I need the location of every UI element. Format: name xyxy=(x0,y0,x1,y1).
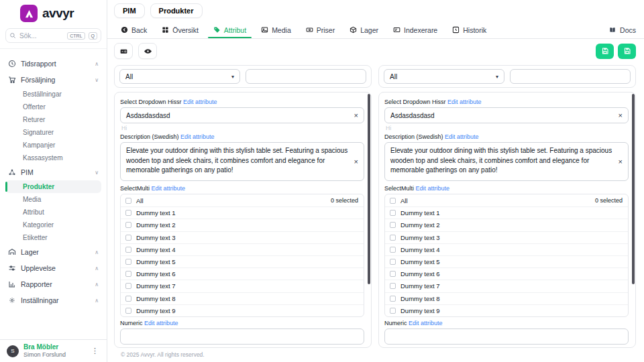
sidebar-item-signaturer[interactable]: Signaturer xyxy=(5,126,101,139)
sidebar-item-produkter[interactable]: Produkter xyxy=(5,180,101,193)
multiselect-option[interactable]: Dummy text 6 xyxy=(121,267,364,280)
multiselect-all-row[interactable]: All 0 selected xyxy=(121,194,364,206)
clear-icon[interactable]: × xyxy=(619,158,623,166)
checkbox[interactable] xyxy=(390,296,396,302)
breadcrumb-pim-button[interactable]: PIM xyxy=(114,3,145,18)
checkbox[interactable] xyxy=(125,271,131,277)
sidebar-item-bestallningar[interactable]: Beställningar xyxy=(5,88,101,101)
checkbox[interactable] xyxy=(125,210,131,216)
sidebar-item-returer[interactable]: Returer xyxy=(5,113,101,126)
numeric-field[interactable] xyxy=(384,328,629,345)
edit-attribute-link[interactable]: Edit attribute xyxy=(416,185,450,192)
multiselect-option[interactable]: Dummy text 9 xyxy=(385,304,628,316)
multiselect-option[interactable]: Dummy text 9 xyxy=(121,304,364,316)
multiselect-option[interactable]: Dummy text 3 xyxy=(121,231,364,243)
checkbox[interactable] xyxy=(125,296,131,302)
tab-historik[interactable]: Historik xyxy=(445,21,493,38)
sidebar-item-tidsrapport[interactable]: Tidsrapport ∧ xyxy=(5,56,101,72)
visibility-button[interactable] xyxy=(138,43,157,59)
multiselect-option[interactable]: Dummy text 8 xyxy=(385,292,628,304)
sidebar-item-kategorier[interactable]: Kategorier xyxy=(5,219,101,231)
multiselect-option[interactable]: Dummy text 1 xyxy=(385,206,628,219)
tab-media[interactable]: Media xyxy=(254,21,298,38)
checkbox[interactable] xyxy=(390,198,396,204)
edit-attribute-link[interactable]: Edit attribute xyxy=(447,99,482,105)
multiselect-option[interactable]: Dummy text 6 xyxy=(385,267,628,280)
multiselect-option[interactable]: Dummy text 5 xyxy=(121,255,364,267)
sidebar-item-media[interactable]: Media xyxy=(5,193,101,206)
breadcrumb-produkter-button[interactable]: Produkter xyxy=(150,3,203,18)
checkbox[interactable] xyxy=(390,247,396,253)
sidebar-item-rapporter[interactable]: Rapporter ∧ xyxy=(5,276,101,292)
tab-lager[interactable]: Lager xyxy=(343,21,385,38)
user-menu[interactable]: S Bra Möbler Simon Forslund ⋮ xyxy=(0,339,107,362)
checkbox[interactable] xyxy=(125,259,131,265)
multiselect-option[interactable]: Dummy text 7 xyxy=(121,280,364,292)
attribute-group-select[interactable]: All ▾ xyxy=(384,69,504,84)
scrollbar-thumb[interactable] xyxy=(368,94,370,284)
tab-priser[interactable]: Priser xyxy=(299,21,341,38)
description-textarea[interactable]: Elevate your outdoor dining with this st… xyxy=(384,142,629,181)
multiselect-option[interactable]: Dummy text 1 xyxy=(121,206,364,219)
edit-attribute-link[interactable]: Edit attribute xyxy=(180,133,215,140)
sidebar-item-upplevelse[interactable]: Upplevelse ∧ xyxy=(5,260,101,276)
kebab-menu-icon[interactable]: ⋮ xyxy=(89,345,101,357)
tab-oversikt[interactable]: Översikt xyxy=(155,21,205,38)
search-input[interactable]: Sök... CTRL Q xyxy=(5,28,101,43)
multiselect-option[interactable]: Dummy text 4 xyxy=(121,243,364,255)
checkbox[interactable] xyxy=(125,247,131,253)
multiselect-option[interactable]: Dummy text 2 xyxy=(121,219,364,231)
tab-attribut[interactable]: Attribut xyxy=(207,21,253,38)
multiselect-all-row[interactable]: All 0 selected xyxy=(385,194,628,206)
multiselect-option[interactable]: Dummy text 3 xyxy=(385,231,628,243)
sidebar-item-offerter[interactable]: Offerter xyxy=(5,101,101,113)
checkbox[interactable] xyxy=(390,283,396,289)
select-dropdown-field[interactable]: Asdasdasdasd × xyxy=(384,107,629,123)
docs-button[interactable]: Docs xyxy=(608,21,636,38)
attribute-group-select[interactable]: All ▾ xyxy=(119,69,240,84)
sidebar-item-installningar[interactable]: Inställningar ∧ xyxy=(5,292,101,308)
checkbox[interactable] xyxy=(390,271,396,277)
clear-icon[interactable]: × xyxy=(619,112,623,119)
sidebar-item-forsaljning[interactable]: Försäljning ∨ xyxy=(5,72,101,88)
sidebar-item-lager[interactable]: Lager ∧ xyxy=(5,244,101,260)
tab-indexerare[interactable]: Indexerare xyxy=(386,21,444,38)
sidebar-item-kampanjer[interactable]: Kampanjer xyxy=(5,139,101,152)
select-dropdown-field[interactable]: Asdasdasdasd × xyxy=(120,107,364,123)
numeric-field[interactable] xyxy=(120,328,364,345)
edit-attribute-link[interactable]: Edit attribute xyxy=(445,133,479,140)
checkbox[interactable] xyxy=(390,235,396,241)
multiselect-option[interactable]: Dummy text 8 xyxy=(121,292,364,304)
save-button[interactable] xyxy=(596,44,614,59)
multiselect-option[interactable]: Dummy text 7 xyxy=(385,280,628,292)
id-card-button[interactable] xyxy=(114,43,133,59)
checkbox[interactable] xyxy=(125,283,131,289)
edit-attribute-link[interactable]: Edit attribute xyxy=(409,320,443,326)
sidebar-item-kassasystem[interactable]: Kassasystem xyxy=(5,152,101,164)
edit-attribute-link[interactable]: Edit attribute xyxy=(183,99,217,105)
checkbox[interactable] xyxy=(125,308,131,314)
edit-attribute-link[interactable]: Edit attribute xyxy=(144,320,178,326)
checkbox[interactable] xyxy=(390,210,396,216)
checkbox[interactable] xyxy=(125,198,131,204)
sidebar-item-attribut[interactable]: Attribut xyxy=(5,206,101,219)
filter-search-input[interactable] xyxy=(246,69,366,84)
clear-icon[interactable]: × xyxy=(354,112,358,119)
checkbox[interactable] xyxy=(390,259,396,265)
filter-search-input[interactable] xyxy=(510,69,631,84)
checkbox[interactable] xyxy=(390,308,396,314)
multiselect-option[interactable]: Dummy text 4 xyxy=(385,243,628,255)
sidebar-item-etiketter[interactable]: Etiketter xyxy=(5,231,101,244)
tab-back[interactable]: Back xyxy=(114,21,154,38)
clear-icon[interactable]: × xyxy=(354,158,358,166)
save-all-button[interactable] xyxy=(618,44,636,59)
scrollbar-thumb[interactable] xyxy=(632,94,635,284)
brand-logo[interactable]: avvyr xyxy=(0,0,107,26)
checkbox[interactable] xyxy=(125,222,131,228)
edit-attribute-link[interactable]: Edit attribute xyxy=(152,185,186,192)
multiselect-option[interactable]: Dummy text 5 xyxy=(385,255,628,267)
description-textarea[interactable]: Elevate your outdoor dining with this st… xyxy=(120,142,364,181)
checkbox[interactable] xyxy=(390,222,396,228)
checkbox[interactable] xyxy=(125,235,131,241)
multiselect-option[interactable]: Dummy text 2 xyxy=(385,219,628,231)
